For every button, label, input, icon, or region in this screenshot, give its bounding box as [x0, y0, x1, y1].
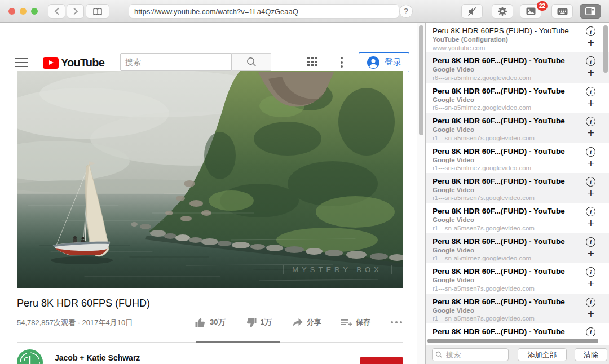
resources-panel: Peru 8K HDR 60FPS (FUHD) - YouTube YouTu…: [425, 23, 609, 364]
youtube-logo[interactable]: YouTube: [43, 56, 104, 69]
bookmarks-button[interactable]: [86, 4, 109, 19]
info-icon[interactable]: i: [586, 298, 595, 307]
info-icon[interactable]: i: [586, 237, 595, 247]
add-icon[interactable]: +: [586, 127, 596, 139]
resource-row[interactable]: Peru 8K HDR 60F...(FUHD) - YouTube Googl…: [426, 233, 609, 263]
clear-button[interactable]: 清除: [575, 348, 607, 361]
resource-source: Google Video: [433, 246, 576, 255]
resource-row[interactable]: Peru 8K HDR 60F...(FUHD) - YouTube Googl…: [426, 263, 609, 293]
thumb-down-icon: [245, 317, 257, 329]
like-ratio-bar: [196, 341, 280, 343]
add-icon[interactable]: +: [586, 248, 596, 259]
search-input[interactable]: [120, 53, 232, 71]
search-button[interactable]: [232, 53, 271, 71]
sidebar-toggle-button[interactable]: [580, 4, 601, 19]
youtube-play-icon: [43, 57, 59, 69]
add-icon[interactable]: +: [586, 97, 596, 109]
settings-button[interactable]: [492, 4, 513, 19]
info-icon[interactable]: i: [586, 147, 595, 157]
panel-hscrollbar[interactable]: [426, 336, 609, 345]
video-player[interactable]: MYSTERY BOX: [17, 71, 403, 288]
panel-scrollbar-thumb[interactable]: [603, 25, 608, 73]
add-icon[interactable]: +: [586, 67, 596, 78]
info-icon[interactable]: i: [586, 177, 595, 187]
info-icon[interactable]: i: [586, 267, 595, 277]
resource-row[interactable]: Peru 8K HDR 60F...(FUHD) - YouTube Googl…: [426, 52, 609, 82]
info-icon[interactable]: i: [586, 117, 595, 126]
chevron-left-icon: [54, 7, 60, 15]
resource-source: Google Video: [433, 156, 576, 165]
help-button[interactable]: ?: [399, 5, 413, 18]
add-icon[interactable]: +: [586, 217, 596, 229]
add-icon[interactable]: +: [586, 158, 596, 169]
info-icon[interactable]: i: [586, 56, 595, 66]
book-icon: [92, 7, 103, 16]
menu-button[interactable]: [15, 58, 28, 70]
more-options-icon[interactable]: [341, 57, 343, 70]
info-icon[interactable]: i: [586, 207, 595, 216]
zoom-button[interactable]: [31, 8, 38, 15]
resource-title: Peru 8K HDR 60F...(FUHD) - YouTube: [433, 176, 576, 186]
url-field[interactable]: [129, 4, 399, 19]
add-icon[interactable]: +: [586, 278, 596, 289]
resource-title: Peru 8K HDR 60F...(FUHD) - YouTube: [433, 297, 576, 307]
signin-button[interactable]: 登录: [359, 52, 409, 72]
browser-window: ? 22: [0, 0, 609, 364]
add-icon[interactable]: +: [586, 308, 596, 319]
resource-title: Peru 8K HDR 60F...(FUHD) - YouTube: [433, 206, 576, 216]
minimize-button[interactable]: [20, 8, 27, 15]
resource-host: r1---sn-a5msen7s.googlevideo.com: [433, 285, 576, 293]
resource-host: r6---sn-a5mlrnez.googlevideo.com: [433, 104, 576, 112]
subscribe-button[interactable]: [360, 357, 403, 364]
info-icon[interactable]: i: [586, 87, 595, 96]
panel-search-input[interactable]: [445, 350, 504, 359]
panel-hscrollbar-thumb[interactable]: [427, 339, 598, 343]
resource-title: Peru 8K HDR 60F...(FUHD) - YouTube: [433, 267, 576, 276]
input-source-button[interactable]: [551, 4, 573, 19]
add-icon[interactable]: +: [586, 188, 596, 199]
more-actions-button[interactable]: [390, 321, 403, 324]
forward-button[interactable]: [67, 4, 84, 19]
info-icon[interactable]: i: [586, 26, 595, 36]
add-all-button[interactable]: 添加全部: [518, 348, 567, 361]
resource-title: Peru 8K HDR 60F...(FUHD) - YouTube: [433, 147, 576, 156]
question-mark-icon: ?: [404, 7, 408, 16]
resource-host: www.youtube.com: [433, 44, 576, 52]
page-scrollbar[interactable]: [417, 23, 425, 364]
close-button[interactable]: [8, 8, 15, 15]
resource-row[interactable]: Peru 8K HDR 60F...(FUHD) - YouTube Googl…: [426, 294, 609, 323]
channel-avatar[interactable]: [17, 349, 43, 364]
account-icon: [367, 56, 380, 69]
resource-host: r6---sn-a5mlrnez.googlevideo.com: [433, 74, 576, 82]
like-button[interactable]: 30万: [195, 317, 225, 329]
resource-host: r1---sn-a5msen7s.googlevideo.com: [433, 194, 576, 202]
content-blocker-button[interactable]: 22: [520, 4, 541, 19]
channel-name[interactable]: Jacob + Katie Schwarz: [55, 353, 140, 362]
resource-row[interactable]: Peru 8K HDR 60F...(FUHD) - YouTube Googl…: [426, 173, 609, 203]
resource-source: Google Video: [433, 126, 576, 134]
save-button[interactable]: 保存: [341, 317, 370, 327]
page-scrollbar-thumb[interactable]: [419, 25, 423, 135]
resource-row[interactable]: Peru 8K HDR 60F...(FUHD) - YouTube Googl…: [426, 143, 609, 173]
back-button[interactable]: [48, 4, 65, 19]
panel-search-field[interactable]: [432, 348, 509, 361]
like-count: 30万: [210, 317, 225, 327]
resource-source: Google Video: [433, 65, 576, 74]
share-button[interactable]: 分享: [292, 317, 321, 328]
mute-button[interactable]: [461, 4, 483, 19]
add-icon[interactable]: +: [586, 37, 596, 48]
resource-row[interactable]: Peru 8K HDR 60FPS (FUHD) - YouTube YouTu…: [426, 23, 609, 52]
resource-row[interactable]: Peru 8K HDR 60F...(FUHD) - YouTube Googl…: [426, 113, 609, 143]
save-label: 保存: [356, 317, 370, 327]
resource-row[interactable]: Peru 8K HDR 60F...(FUHD) - YouTube i +: [426, 323, 609, 336]
watermark-text: MYSTERY BOX: [292, 265, 382, 274]
resource-row[interactable]: Peru 8K HDR 60F...(FUHD) - YouTube Googl…: [426, 83, 609, 113]
info-icon[interactable]: i: [586, 327, 595, 336]
chevron-right-icon: [73, 7, 78, 15]
apps-grid-icon[interactable]: [307, 57, 319, 68]
resource-title: Peru 8K HDR 60F...(FUHD) - YouTube: [433, 237, 576, 246]
dislike-button[interactable]: 1万: [245, 317, 272, 329]
resource-host: r1---sn-a5msen7s.googlevideo.com: [433, 314, 576, 323]
resource-source: Google Video: [433, 186, 576, 194]
resource-row[interactable]: Peru 8K HDR 60F...(FUHD) - YouTube Googl…: [426, 203, 609, 233]
